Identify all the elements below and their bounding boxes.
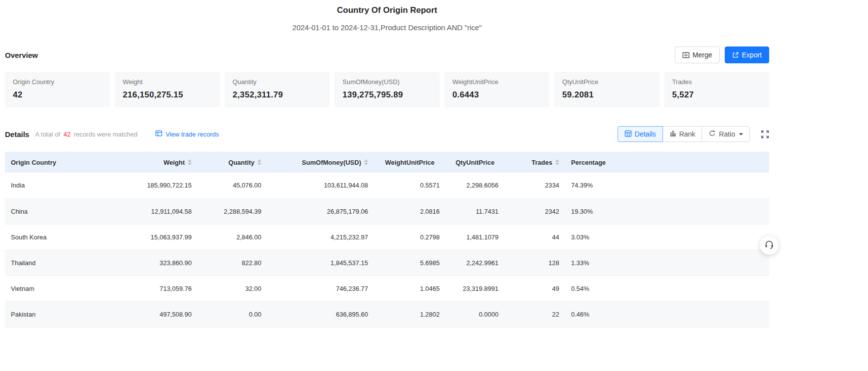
- column-header-sumofmoney-usd[interactable]: SumOfMoney(USD): [267, 152, 374, 173]
- column-header-trades[interactable]: Trades: [504, 152, 565, 173]
- column-header-weight[interactable]: Weight: [131, 152, 198, 173]
- report-content: Country Of Origin Report 2024-01-01 to 2…: [5, 0, 769, 327]
- column-header-label: WeightUnitPrice: [385, 159, 434, 166]
- fullscreen-expand-icon[interactable]: [761, 130, 769, 139]
- cell-qtyunitprice: 11.7431: [446, 198, 504, 224]
- stat-card-label: Origin Country: [13, 78, 102, 86]
- cell-sumofmoney-usd: 746,236.77: [267, 276, 374, 301]
- cell-percentage: 0.54%: [565, 276, 769, 301]
- stat-card-label: SumOfMoney(USD): [342, 78, 431, 86]
- cell-origin-country: Vietnam: [5, 276, 131, 301]
- table-grid-icon: [624, 130, 632, 139]
- tab-rank[interactable]: Rank: [662, 126, 703, 142]
- cell-quantity: 32.00: [198, 276, 267, 301]
- support-float-button[interactable]: [760, 236, 779, 255]
- stat-card-qty-unit-price: QtyUnitPrice 59.2081: [554, 72, 659, 107]
- cell-trades: 2342: [504, 198, 565, 224]
- view-trade-records-link[interactable]: View trade records: [155, 130, 219, 138]
- export-button[interactable]: Export: [725, 46, 769, 63]
- cell-percentage: 3.03%: [565, 224, 769, 250]
- cell-weightunitprice: 0.2798: [374, 224, 446, 250]
- matched-count: 42: [63, 131, 70, 138]
- cell-quantity: 0.00: [198, 301, 267, 327]
- cell-weight: 15,063,937.99: [131, 224, 198, 250]
- matched-records-text: A total of 42 records were matched: [35, 131, 137, 138]
- cell-sumofmoney-usd: 26,875,179.06: [267, 198, 374, 224]
- table-row-south-korea[interactable]: South Korea15,063,937.992,846.004,215,23…: [5, 224, 769, 250]
- cell-qtyunitprice: 23,319.8991: [446, 276, 504, 301]
- stat-card-label: Trades: [672, 78, 761, 86]
- stat-card-label: Quantity: [233, 78, 322, 86]
- column-header-label: SumOfMoney(USD): [302, 159, 361, 166]
- trade-records-icon: [155, 130, 163, 138]
- headset-icon: [764, 239, 774, 251]
- cell-quantity: 2,846.00: [198, 224, 267, 250]
- overview-cards: Origin Country 42 Weight 216,150,275.15 …: [5, 72, 769, 107]
- cell-origin-country: China: [5, 198, 131, 224]
- ratio-cycle-icon: [708, 130, 716, 139]
- cell-percentage: 74.39%: [565, 173, 769, 198]
- cell-weight: 713,059.76: [131, 276, 198, 301]
- cell-trades: 2334: [504, 173, 565, 198]
- stat-card-label: QtyUnitPrice: [562, 78, 651, 86]
- tab-ratio[interactable]: Ratio: [702, 126, 750, 142]
- stat-card-value: 0.6443: [453, 90, 541, 100]
- merge-button[interactable]: Merge: [675, 46, 720, 63]
- table-head-row: Origin CountryWeightQuantitySumOfMoney(U…: [5, 152, 769, 173]
- overview-bar: Overview Merge: [5, 46, 769, 63]
- stat-card-trades: Trades 5,527: [664, 72, 769, 107]
- column-header-label: Quantity: [228, 159, 254, 166]
- details-bar: Details A total of 42 records were match…: [5, 126, 769, 142]
- report-subtitle: 2024-01-01 to 2024-12-31,Product Descrip…: [5, 23, 769, 33]
- sort-caret-icon[interactable]: [364, 159, 368, 165]
- stat-card-value: 2,352,311.79: [233, 90, 322, 100]
- cell-weight: 497,508.90: [131, 301, 198, 327]
- cell-trades: 22: [504, 301, 565, 327]
- sort-caret-icon[interactable]: [555, 159, 559, 165]
- cell-qtyunitprice: 0.0000: [446, 301, 504, 327]
- cell-quantity: 45,076.00: [198, 173, 267, 198]
- view-switcher: Details Rank: [618, 126, 750, 142]
- table-row-india[interactable]: India185,990,722.1545,076.00103,611,944.…: [5, 173, 769, 198]
- column-header-origin-country: Origin Country: [5, 152, 131, 173]
- sort-caret-icon[interactable]: [188, 159, 192, 165]
- cell-trades: 128: [504, 250, 565, 276]
- cell-weightunitprice: 5.6985: [374, 250, 446, 276]
- cell-qtyunitprice: 1,481.1079: [446, 224, 504, 250]
- stat-card-weight-unit-price: WeightUnitPrice 0.6443: [445, 72, 549, 107]
- cell-weight: 12,911,094.58: [131, 198, 198, 224]
- stat-card-weight: Weight 216,150,275.15: [115, 72, 219, 107]
- column-header-label: Origin Country: [11, 159, 56, 166]
- sort-caret-icon[interactable]: [257, 159, 261, 165]
- stat-card-value: 59.2081: [562, 90, 651, 100]
- cell-quantity: 2,288,594.39: [198, 198, 267, 224]
- column-header-percentage: Percentage: [565, 152, 769, 173]
- cell-percentage: 19.30%: [565, 198, 769, 224]
- cell-percentage: 0.46%: [565, 301, 769, 327]
- view-trade-records-label: View trade records: [165, 131, 219, 138]
- column-header-qtyunitprice: QtyUnitPrice: [446, 152, 504, 173]
- table-row-china[interactable]: China12,911,094.582,288,594.3926,875,179…: [5, 198, 769, 224]
- overview-section-title: Overview: [5, 51, 38, 59]
- tab-rank-label: Rank: [679, 130, 696, 138]
- stat-card-value: 216,150,275.15: [123, 90, 211, 100]
- cell-origin-country: Thailand: [5, 250, 131, 276]
- column-header-weightunitprice: WeightUnitPrice: [374, 152, 446, 173]
- stat-card-sum-of-money: SumOfMoney(USD) 139,275,795.89: [334, 72, 439, 107]
- column-header-label: Weight: [164, 159, 185, 166]
- cell-origin-country: South Korea: [5, 224, 131, 250]
- cell-weightunitprice: 0.5571: [374, 173, 446, 198]
- cell-sumofmoney-usd: 103,611,944.08: [267, 173, 374, 198]
- column-header-quantity[interactable]: Quantity: [198, 152, 267, 173]
- cell-qtyunitprice: 2,298.6056: [446, 173, 504, 198]
- tab-ratio-label: Ratio: [719, 130, 735, 138]
- tab-details[interactable]: Details: [618, 126, 663, 142]
- column-header-label: Percentage: [571, 159, 606, 166]
- stat-card-origin-country: Origin Country 42: [5, 72, 110, 107]
- details-left: Details A total of 42 records were match…: [5, 130, 219, 139]
- table-row-pakistan[interactable]: Pakistan497,508.900.00636,895.601.28020.…: [5, 301, 769, 327]
- table-row-vietnam[interactable]: Vietnam713,059.7632.00746,236.771.046523…: [5, 276, 769, 301]
- table-row-thailand[interactable]: Thailand323,860.90822.801,845,537.155.69…: [5, 250, 769, 276]
- cell-weightunitprice: 1.0465: [374, 276, 446, 301]
- stat-card-value: 139,275,795.89: [342, 90, 431, 100]
